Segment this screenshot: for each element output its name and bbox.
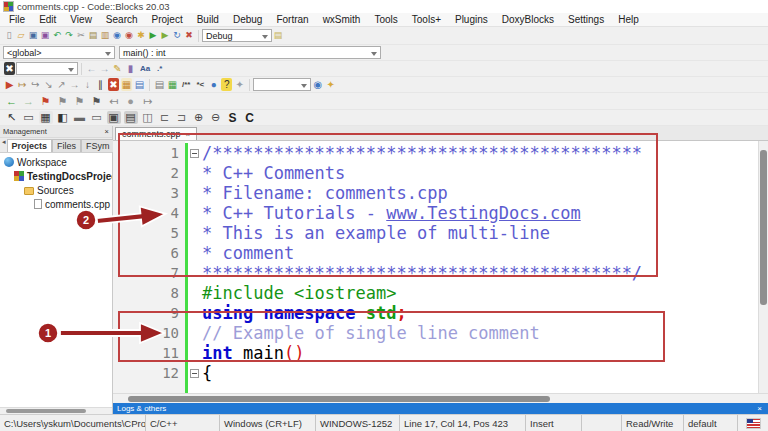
editor-vscrollbar[interactable] <box>758 141 768 393</box>
code-line-1[interactable]: 1/**************************************… <box>113 143 758 163</box>
fold-marker-icon[interactable] <box>190 369 199 378</box>
scope-combo[interactable]: <global> <box>3 46 115 59</box>
pointer-icon[interactable]: ↖ <box>5 111 19 124</box>
code-line-2[interactable]: 2* C++ Comments <box>113 163 758 183</box>
build-target-icon[interactable]: ▤ <box>273 29 283 42</box>
logs-panel-header[interactable]: Logs & others × <box>113 403 768 414</box>
next-line-icon[interactable]: ↪ <box>30 78 41 91</box>
settings-wrench-icon[interactable]: ✦ <box>325 78 336 91</box>
menu-item-fortran[interactable]: Fortran <box>269 14 315 25</box>
cut-icon[interactable]: ✂ <box>76 29 86 42</box>
management-tab-files[interactable]: Files <box>52 139 81 152</box>
find-icon[interactable]: ◉ <box>112 29 122 42</box>
scrollbar-thumb[interactable] <box>760 150 767 305</box>
doxy-line-comment-icon[interactable]: *< <box>194 78 206 91</box>
editor-hscrollbar[interactable] <box>113 393 768 403</box>
code-line-10[interactable]: 10// Example of single line comment <box>113 323 758 343</box>
code-line-5[interactable]: 5* This is an example of multi-line <box>113 223 758 243</box>
menu-item-help[interactable]: Help <box>611 14 646 25</box>
prev-bookmark-icon[interactable]: ⚑ <box>56 95 70 108</box>
tree-item-comments-cpp[interactable]: comments.cpp <box>0 197 112 211</box>
save-icon[interactable]: ▣ <box>28 29 38 42</box>
stop-debugger-icon[interactable]: ✖ <box>108 78 119 91</box>
panel-a-icon[interactable]: ◧ <box>56 111 70 124</box>
menu-item-project[interactable]: Project <box>145 14 190 25</box>
sizer-vertical-icon[interactable]: ▭ <box>90 111 104 124</box>
menu-item-file[interactable]: File <box>2 14 32 25</box>
search-next-icon[interactable]: → <box>99 62 110 75</box>
incremental-search-input[interactable] <box>16 62 78 75</box>
clear-search-icon[interactable]: ✖ <box>4 62 15 75</box>
sizer-horizontal-icon[interactable]: ▬ <box>73 111 87 124</box>
border-left-icon[interactable]: ◫ <box>141 111 155 124</box>
search-prev-icon[interactable]: ← <box>86 62 97 75</box>
match-case-icon[interactable]: Aa <box>138 62 152 75</box>
split-panel-icon[interactable]: ▦ <box>39 111 53 124</box>
replace-icon[interactable]: ◉ <box>124 29 134 42</box>
menu-item-view[interactable]: View <box>63 14 99 25</box>
fold-marker-icon[interactable] <box>190 149 199 158</box>
source-icon[interactable]: S <box>226 111 240 124</box>
compile-icon[interactable]: ✱ <box>136 29 146 42</box>
symbol-search-combo[interactable] <box>253 78 311 91</box>
regex-icon[interactable]: .* <box>154 62 165 75</box>
close-icon[interactable]: × <box>186 130 191 139</box>
step-into-icon[interactable]: ↘ <box>43 78 54 91</box>
zoom-in-icon[interactable]: ⊕ <box>192 111 206 124</box>
doxy-extract-icon[interactable]: ▤ <box>154 78 165 91</box>
paste-icon[interactable]: ▥ <box>100 29 110 42</box>
step-out-icon[interactable]: ↗ <box>56 78 67 91</box>
toggle-bookmark-icon[interactable]: ⚑ <box>39 95 53 108</box>
various-info-icon[interactable]: ▤ <box>134 78 145 91</box>
selected-text-only-icon[interactable]: ▮ <box>125 62 136 75</box>
abort-icon[interactable]: ✖ <box>184 29 194 42</box>
undo-icon[interactable]: ↶ <box>52 29 62 42</box>
clear-bookmarks-icon[interactable]: ⚑ <box>90 95 104 108</box>
code-line-4[interactable]: 4* C++ Tutorials - www.TestingDocs.com <box>113 203 758 223</box>
menu-item-wxsmith[interactable]: wxSmith <box>316 14 368 25</box>
code-line-12[interactable]: 12{ <box>113 363 758 383</box>
code-line-11[interactable]: 11int main() <box>113 343 758 363</box>
menu-item-tools[interactable]: Tools+ <box>405 14 448 25</box>
new-file-icon[interactable]: ▯ <box>4 29 14 42</box>
management-tab-fsym[interactable]: FSym <box>81 139 115 152</box>
doxy-blocks-icon[interactable]: ▦ <box>167 78 178 91</box>
break-debugger-icon[interactable]: ∥ <box>95 78 106 91</box>
build-and-run-icon[interactable]: ▶ <box>160 29 170 42</box>
management-hscrollbar[interactable] <box>0 407 112 414</box>
zoom-out-icon[interactable]: ⊖ <box>209 111 223 124</box>
code-line-3[interactable]: 3* Filename: comments.cpp <box>113 183 758 203</box>
debugging-windows-icon[interactable]: ▦ <box>121 78 132 91</box>
open-file-icon[interactable]: ▱ <box>16 29 26 42</box>
sizer-grid-icon[interactable]: ▣ <box>107 111 121 124</box>
next-instruction-icon[interactable]: → <box>69 78 80 91</box>
doxy-run-chm-icon[interactable]: ? <box>221 78 232 91</box>
code-line-8[interactable]: 8#include <iostream> <box>113 283 758 303</box>
rebuild-icon[interactable]: ↻ <box>172 29 182 42</box>
management-tab-projects[interactable]: Projects <box>7 139 53 152</box>
editor-tab-comments-cpp[interactable]: comments.cpp × <box>115 127 197 140</box>
run-icon[interactable]: ▶ <box>148 29 158 42</box>
nav-back-icon[interactable]: ← <box>5 95 19 108</box>
menu-item-edit[interactable]: Edit <box>32 14 63 25</box>
doxy-options-icon[interactable]: ✦ <box>234 78 245 91</box>
close-icon[interactable]: × <box>757 404 762 413</box>
menu-item-doxyblocks[interactable]: DoxyBlocks <box>495 14 561 25</box>
tree-item-sources[interactable]: Sources <box>0 183 112 197</box>
jump-forward-icon[interactable]: ↦ <box>141 95 155 108</box>
sizer-flex-icon[interactable]: ▤ <box>124 111 138 124</box>
menu-item-search[interactable]: Search <box>99 14 145 25</box>
menu-item-tools[interactable]: Tools <box>367 14 404 25</box>
menu-item-debug[interactable]: Debug <box>226 14 269 25</box>
save-all-icon[interactable]: ▣ <box>40 29 50 42</box>
step-into-instruction-icon[interactable]: ↓ <box>82 78 93 91</box>
highlight-occurrences-icon[interactable]: ✎ <box>112 62 123 75</box>
function-combo[interactable]: main() : int <box>119 46 381 59</box>
border-top-icon[interactable]: ⊏ <box>158 111 172 124</box>
next-bookmark-icon[interactable]: ⚑ <box>73 95 87 108</box>
tree-item-testingdocsproject[interactable]: TestingDocsProject <box>0 169 112 183</box>
doxy-block-comment-icon[interactable]: /** <box>180 78 192 91</box>
nav-forward-icon[interactable]: → <box>22 95 36 108</box>
copy-icon[interactable]: ▤ <box>88 29 98 42</box>
menu-item-settings[interactable]: Settings <box>561 14 611 25</box>
